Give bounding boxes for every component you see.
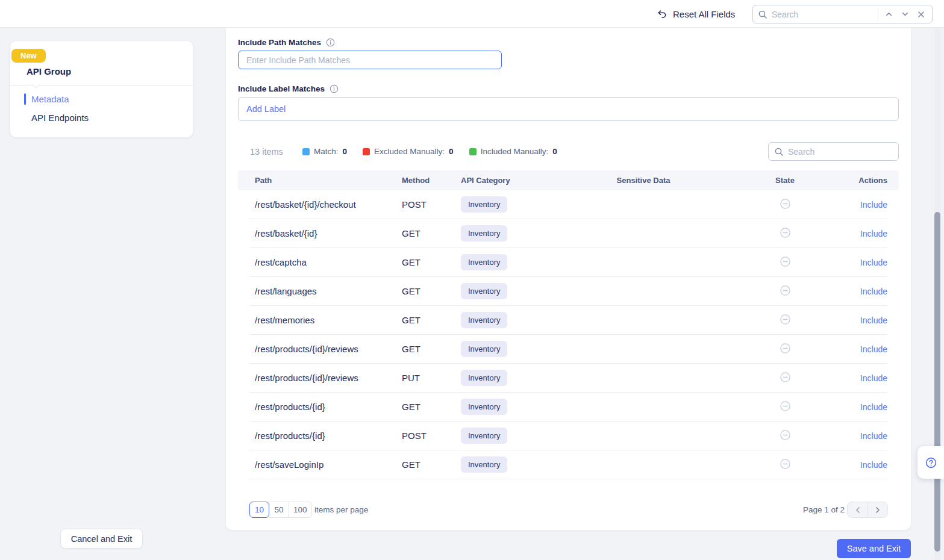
include-link[interactable]: Include bbox=[860, 229, 887, 238]
api-category-badge: Inventory bbox=[461, 254, 507, 270]
endpoint-method: PUT bbox=[402, 373, 461, 383]
api-group-sidebar: New API Group Metadata API Endpoints bbox=[10, 41, 193, 137]
legend-swatch bbox=[302, 148, 310, 155]
top-search-input[interactable] bbox=[772, 10, 874, 19]
endpoint-path: /rest/basket/{id}/checkout bbox=[249, 199, 402, 210]
table-row: /rest/memories GET Inventory Include bbox=[249, 306, 887, 335]
api-category-badge: Inventory bbox=[461, 283, 507, 299]
legend-label: Included Manually: bbox=[481, 147, 549, 156]
column-header-method: Method bbox=[402, 176, 461, 185]
column-header-path: Path bbox=[249, 176, 402, 185]
minus-circle-icon bbox=[780, 343, 791, 354]
endpoint-path: /rest/basket/{id} bbox=[249, 228, 402, 238]
endpoint-path: /rest/products/{id}/reviews bbox=[249, 344, 402, 354]
minus-circle-icon bbox=[780, 198, 791, 210]
reset-all-fields-button[interactable]: Reset All Fields bbox=[657, 0, 735, 28]
scrollbar-thumb[interactable] bbox=[934, 212, 940, 552]
include-path-matches-input[interactable] bbox=[238, 51, 502, 69]
api-category-badge: Inventory bbox=[461, 196, 507, 213]
info-icon[interactable] bbox=[330, 84, 339, 93]
page-size-selector: 1050100 bbox=[249, 502, 312, 518]
page-size-option-100[interactable]: 100 bbox=[289, 502, 312, 518]
page-size-option-50[interactable]: 50 bbox=[269, 502, 289, 518]
minus-circle-icon bbox=[780, 227, 791, 238]
question-mark-icon bbox=[925, 456, 937, 469]
column-header-state: State bbox=[730, 176, 840, 185]
legend-swatch bbox=[363, 148, 370, 155]
endpoint-path: /rest/products/{id} bbox=[249, 431, 402, 441]
table-row: /rest/products/{id}/reviews PUT Inventor… bbox=[249, 364, 887, 393]
api-category-badge: Inventory bbox=[461, 456, 507, 473]
endpoint-path: /rest/languages bbox=[249, 286, 402, 296]
legend-item: Match:0 bbox=[302, 147, 347, 156]
table-row: /rest/products/{id} GET Inventory Includ… bbox=[249, 393, 887, 422]
sidebar-item-label: API Endpoints bbox=[31, 113, 89, 123]
endpoint-method: GET bbox=[402, 257, 461, 267]
endpoint-method: GET bbox=[402, 459, 461, 470]
legend-item: Included Manually:0 bbox=[469, 147, 557, 156]
search-divider bbox=[878, 9, 878, 20]
items-count: 13 items bbox=[250, 147, 283, 157]
add-label-button[interactable]: Add Label bbox=[246, 104, 286, 114]
page-navigation bbox=[847, 502, 888, 518]
endpoint-method: GET bbox=[402, 286, 461, 296]
sidebar-item-metadata[interactable]: Metadata bbox=[10, 92, 193, 106]
legend-item: Excluded Manually:0 bbox=[363, 147, 454, 156]
next-page-chevron-right-icon[interactable] bbox=[867, 502, 887, 517]
minus-circle-icon bbox=[780, 314, 791, 325]
endpoint-path: /rest/products/{id}/reviews bbox=[249, 373, 402, 383]
include-link[interactable]: Include bbox=[860, 402, 887, 412]
include-link[interactable]: Include bbox=[860, 316, 887, 325]
search-prev-chevron-up-icon[interactable] bbox=[883, 7, 895, 22]
minus-circle-icon bbox=[780, 429, 791, 441]
save-and-exit-button[interactable]: Save and Exit bbox=[837, 539, 911, 558]
include-link[interactable]: Include bbox=[860, 431, 887, 441]
sidebar-divider-notch bbox=[32, 81, 40, 89]
endpoint-method: POST bbox=[402, 431, 461, 441]
table-search-input[interactable] bbox=[788, 147, 893, 157]
api-category-badge: Inventory bbox=[461, 399, 507, 415]
state-legend: Match:0Excluded Manually:0Included Manua… bbox=[302, 147, 557, 156]
search-close-icon[interactable] bbox=[915, 7, 927, 22]
sidebar-title: API Group bbox=[27, 66, 71, 76]
include-link[interactable]: Include bbox=[860, 460, 887, 470]
endpoint-path: /rest/saveLoginIp bbox=[249, 459, 402, 470]
include-link[interactable]: Include bbox=[860, 287, 887, 296]
include-link[interactable]: Include bbox=[860, 373, 887, 383]
legend-swatch bbox=[469, 148, 477, 155]
table-row: /rest/products/{id} POST Inventory Inclu… bbox=[249, 422, 887, 450]
reset-all-fields-label: Reset All Fields bbox=[673, 9, 735, 19]
table-row: /rest/languages GET Inventory Include bbox=[249, 277, 887, 306]
legend-label: Excluded Manually: bbox=[374, 147, 445, 156]
scrollbar-track[interactable] bbox=[934, 28, 940, 560]
include-path-matches-label: Include Path Matches bbox=[238, 38, 335, 47]
minus-circle-icon bbox=[780, 372, 791, 383]
include-link[interactable]: Include bbox=[860, 200, 887, 210]
column-header-actions: Actions bbox=[840, 176, 887, 185]
search-next-chevron-down-icon[interactable] bbox=[899, 7, 911, 22]
cancel-and-exit-button[interactable]: Cancel and Exit bbox=[60, 529, 143, 549]
page: Reset All Fields New API Group bbox=[0, 0, 944, 560]
page-size-option-10[interactable]: 10 bbox=[249, 502, 269, 518]
api-category-badge: Inventory bbox=[461, 370, 507, 386]
previous-page-chevron-left-icon[interactable] bbox=[848, 502, 867, 517]
include-link[interactable]: Include bbox=[860, 258, 887, 267]
reset-icon bbox=[657, 8, 667, 19]
minus-circle-icon bbox=[780, 256, 791, 267]
info-icon[interactable] bbox=[326, 38, 335, 47]
table-search-box bbox=[768, 142, 899, 161]
endpoint-method: GET bbox=[402, 228, 461, 238]
search-icon bbox=[774, 147, 784, 157]
legend-count: 0 bbox=[552, 147, 557, 156]
api-category-badge: Inventory bbox=[461, 225, 507, 241]
endpoint-path: /rest/memories bbox=[249, 315, 402, 325]
top-search-box bbox=[752, 5, 933, 23]
include-label-matches-label: Include Label Matches bbox=[238, 84, 339, 93]
sidebar-item-api-endpoints[interactable]: API Endpoints bbox=[10, 110, 193, 125]
help-button[interactable] bbox=[917, 446, 944, 479]
include-link[interactable]: Include bbox=[860, 344, 887, 354]
page-indicator: Page 1 of 2 bbox=[803, 505, 845, 514]
endpoint-method: GET bbox=[402, 344, 461, 354]
endpoint-method: GET bbox=[402, 315, 461, 325]
minus-circle-icon bbox=[780, 285, 791, 296]
